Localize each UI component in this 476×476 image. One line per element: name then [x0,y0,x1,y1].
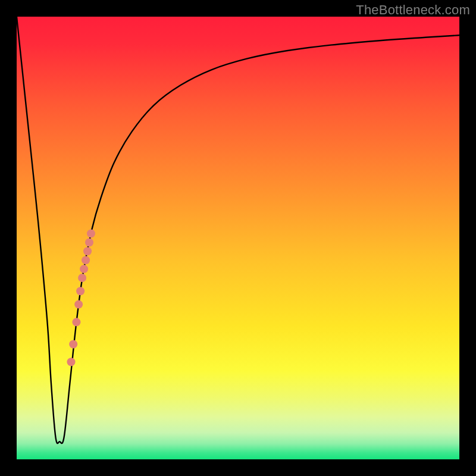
marker-dot [76,287,84,295]
chart-plot-area [17,17,459,459]
marker-dot [67,358,76,366]
marker-dot [83,247,92,255]
watermark-text: TheBottleneck.com [356,2,470,18]
marker-dot [87,230,95,238]
chart-svg [17,17,459,459]
marker-dot [74,300,83,309]
marker-dot [78,274,86,282]
marker-dot [82,256,90,264]
marker-dot [80,265,88,273]
marker-dot [85,238,93,246]
chart-background [17,17,459,459]
marker-dot [72,318,80,326]
marker-dot [69,340,77,349]
chart-frame: TheBottleneck.com [0,0,476,476]
